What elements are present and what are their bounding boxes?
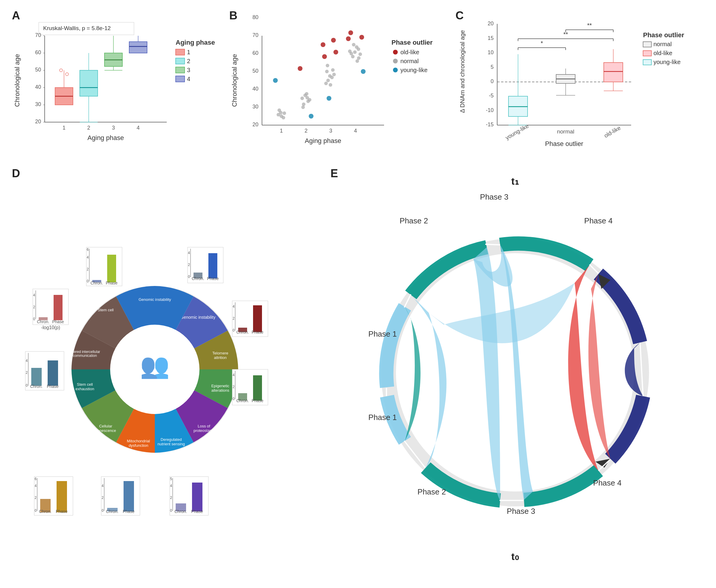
legend-box-2 <box>176 58 185 64</box>
panel-e-label: E <box>330 167 338 180</box>
panel-e: E t₁ <box>327 161 709 578</box>
phase1-bottom-label: Phase 1 <box>368 413 396 422</box>
annotation-text: Kruskal-Wallis, p = 5.8e-12 <box>43 25 111 31</box>
phase3-top-label: Phase 3 <box>480 192 508 201</box>
svg-text:60: 60 <box>253 50 258 56</box>
svg-text:Chron.: Chron. <box>106 509 118 514</box>
svg-text:communication: communication <box>73 354 97 358</box>
bar-chart-left-bottom: Chron. Phase 0 2 4 <box>25 352 64 390</box>
svg-text:-5: -5 <box>489 93 494 99</box>
svg-text:young-like: young-like <box>504 123 530 141</box>
legend-label-1: 1 <box>187 49 190 56</box>
svg-text:2: 2 <box>170 496 172 500</box>
bar-chart-top-center-left: Chron. Phase 0 2 4 6 <box>86 247 122 286</box>
svg-text:nutrient sensing: nutrient sensing <box>157 442 185 446</box>
y-tick-50: 50 <box>35 67 41 73</box>
svg-text:3: 3 <box>329 128 332 134</box>
svg-text:2: 2 <box>188 263 190 267</box>
svg-text:5: 5 <box>491 64 494 70</box>
svg-text:-log10(p): -log10(p) <box>41 325 60 330</box>
svg-point-31 <box>279 111 283 114</box>
svg-text:Phase: Phase <box>207 276 219 281</box>
y-tick-20: 20 <box>35 119 41 125</box>
svg-text:30: 30 <box>253 104 258 110</box>
bar-chart-top-center-right: Chron. Phase 0 2 4 <box>188 247 223 283</box>
svg-rect-147 <box>86 247 122 286</box>
svg-point-59 <box>355 45 359 49</box>
svg-rect-214 <box>192 483 202 511</box>
svg-point-44 <box>326 79 330 82</box>
svg-rect-177 <box>253 375 262 401</box>
svg-point-28 <box>283 111 286 115</box>
legend-label-4: 4 <box>187 76 190 82</box>
svg-text:Phase: Phase <box>123 509 134 514</box>
svg-text:4: 4 <box>188 251 190 255</box>
svg-point-39 <box>305 96 309 100</box>
svg-text:Telomere: Telomere <box>212 351 228 355</box>
svg-text:Chronological age: Chronological age <box>231 54 238 107</box>
svg-text:0: 0 <box>26 383 28 387</box>
svg-rect-168 <box>253 305 262 332</box>
svg-text:Chron.: Chron. <box>30 384 43 389</box>
svg-text:Cellular: Cellular <box>99 424 112 428</box>
phase4-bottom-label: Phase 4 <box>593 478 621 487</box>
svg-text:-10: -10 <box>486 107 494 113</box>
panel-c: C -15 -10 -5 0 5 10 15 20 Δ DNAm and chr… <box>453 6 715 155</box>
svg-text:1: 1 <box>280 128 283 134</box>
panel-b-label: B <box>229 9 237 22</box>
svg-point-30 <box>282 116 285 120</box>
svg-text:2: 2 <box>305 128 307 134</box>
svg-point-41 <box>325 70 329 73</box>
svg-text:4: 4 <box>35 484 37 488</box>
svg-point-49 <box>326 64 329 67</box>
svg-text:Phase: Phase <box>47 384 59 389</box>
svg-rect-149 <box>107 255 116 282</box>
outlier-1b <box>65 73 68 76</box>
svg-text:Chron.: Chron. <box>39 509 51 514</box>
svg-text:Genomic instability: Genomic instability <box>180 315 216 320</box>
svg-text:Δ DNAm and chronological age: Δ DNAm and chronological age <box>459 30 465 113</box>
svg-text:2: 2 <box>233 385 235 389</box>
svg-point-51 <box>333 50 338 55</box>
box-4 <box>129 42 147 53</box>
svg-text:4: 4 <box>26 359 28 363</box>
svg-point-63 <box>352 43 355 46</box>
y-tick-60: 60 <box>35 49 41 56</box>
svg-text:**: ** <box>587 22 592 28</box>
svg-text:6: 6 <box>87 248 89 252</box>
svg-text:Chron.: Chron. <box>37 319 49 324</box>
legend-young-dot <box>393 68 398 72</box>
svg-text:0: 0 <box>233 328 235 332</box>
phase1-top-label: Phase 1 <box>368 330 396 338</box>
svg-text:Deregulated: Deregulated <box>161 437 182 442</box>
svg-text:40: 40 <box>253 86 258 92</box>
svg-point-46 <box>324 82 328 85</box>
dot-young <box>273 78 278 83</box>
svg-text:old-like: old-like <box>603 125 622 139</box>
svg-text:Phase: Phase <box>106 280 117 285</box>
svg-text:Chron.: Chron. <box>174 509 187 514</box>
phase2-top-label: Phase 2 <box>399 216 428 225</box>
svg-point-64 <box>355 59 359 63</box>
svg-text:old-like: old-like <box>653 50 672 56</box>
svg-text:5: 5 <box>170 477 172 481</box>
svg-rect-186 <box>48 360 58 386</box>
t0-label: t₀ <box>511 551 519 562</box>
dot-old <box>298 66 302 71</box>
x-tick-4: 4 <box>137 125 139 131</box>
svg-text:proteostasis: proteostasis <box>194 428 215 433</box>
panel-a: A Kruskal-Wallis, p = 5.8e-12 20 30 40 5… <box>9 6 229 155</box>
svg-rect-140 <box>53 295 63 320</box>
svg-rect-89 <box>604 63 623 82</box>
bar-chart-bottom-left: Chron. Phase 0 2 4 6 <box>34 477 73 515</box>
legend-label-3: 3 <box>187 67 190 73</box>
svg-point-38 <box>301 105 305 109</box>
svg-text:4: 4 <box>87 255 89 259</box>
panel-d-svg: D Genomic instability Telomere attrition… <box>9 161 322 578</box>
svg-text:Stem cell: Stem cell <box>77 382 93 387</box>
x-tick-2: 2 <box>87 125 90 131</box>
svg-text:4: 4 <box>33 293 35 297</box>
panel-a-label: A <box>12 9 20 22</box>
svg-text:Phase outlier: Phase outlier <box>643 31 685 39</box>
svg-text:-15: -15 <box>486 122 494 127</box>
